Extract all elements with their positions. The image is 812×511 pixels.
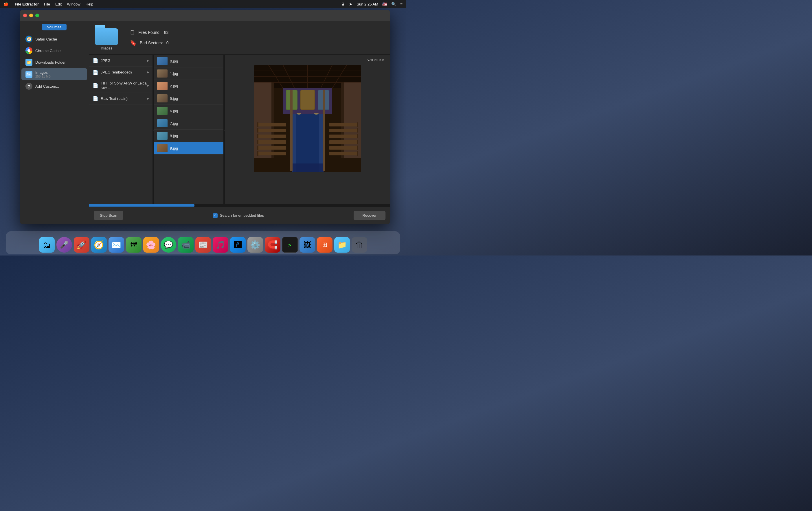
sidebar-item-downloads[interactable]: 📁 Downloads Folder bbox=[22, 57, 87, 68]
folder-body bbox=[95, 28, 118, 45]
type-item-raw-text-label: Raw Text (plain) bbox=[101, 96, 127, 101]
jpeg-embedded-arrow-icon: ▶ bbox=[147, 70, 149, 74]
sidebar-item-safari-label: Safari Cache bbox=[35, 37, 57, 41]
type-item-tiff-left: 📄 TIFF or Sony ARW or Leica raw... bbox=[93, 81, 147, 90]
app-window: Volumes 🧭 Safari Cache Chrome Cach bbox=[20, 10, 390, 224]
apple-menu[interactable]: 🍎 bbox=[3, 2, 8, 6]
file-name-7: 7.jpg bbox=[170, 121, 178, 126]
folder-icon-large bbox=[95, 25, 118, 45]
type-item-jpeg-left: 📄 JPEG bbox=[93, 58, 111, 63]
dock-item-settings[interactable]: ⚙️ bbox=[248, 237, 263, 252]
menubar-help[interactable]: Help bbox=[86, 2, 93, 6]
stop-scan-button[interactable]: Stop Scan bbox=[94, 211, 123, 220]
airdrop-icon[interactable]: ➤ bbox=[349, 2, 352, 6]
file-thumb-2 bbox=[157, 82, 168, 90]
menubar-file[interactable]: File bbox=[44, 2, 50, 6]
files-found-label: Files Found: 83 bbox=[138, 30, 168, 35]
type-item-jpeg[interactable]: 📄 JPEG ▶ bbox=[89, 55, 152, 66]
menubar-app-name[interactable]: File Extractor bbox=[15, 2, 39, 6]
dock-item-safari[interactable]: 🧭 bbox=[91, 237, 107, 252]
dock-item-terminal[interactable]: > bbox=[282, 237, 298, 252]
file-thumb-1 bbox=[157, 69, 168, 78]
file-item-5[interactable]: 5.jpg bbox=[154, 92, 224, 105]
sidebar-item-chrome-cache[interactable]: Chrome Cache bbox=[22, 45, 87, 56]
tiff-arrow-icon: ▶ bbox=[147, 84, 149, 87]
recover-button[interactable]: Recover bbox=[354, 211, 385, 220]
jpeg-arrow-icon: ▶ bbox=[147, 59, 149, 62]
sidebar-item-add-custom-text: Add Custom... bbox=[35, 84, 59, 89]
dock-item-finder[interactable]: 🗂 bbox=[39, 237, 55, 252]
type-item-raw-text[interactable]: 📄 Raw Text (plain) ▶ bbox=[89, 93, 152, 104]
file-item-6[interactable]: 6.jpg bbox=[154, 105, 224, 117]
search-icon[interactable]: 🔍 bbox=[391, 2, 396, 6]
dock-item-launchpad[interactable]: 🚀 bbox=[74, 237, 89, 252]
preview-file-size: 570.22 KB bbox=[367, 58, 384, 62]
file-thumb-7 bbox=[157, 119, 168, 127]
downloads-folder-icon: 📁 bbox=[26, 59, 32, 66]
type-item-jpeg-embedded[interactable]: 📄 JPEG (embedded) ▶ bbox=[89, 66, 152, 78]
file-item-0[interactable]: 0.jpg bbox=[154, 55, 224, 67]
close-button[interactable] bbox=[23, 13, 27, 18]
display-icon[interactable]: 🖥 bbox=[341, 2, 345, 6]
minimize-button[interactable] bbox=[29, 13, 33, 18]
dock-item-messages[interactable]: 💬 bbox=[161, 237, 176, 252]
files-icon: 🗒 bbox=[129, 29, 136, 36]
dock-item-magnet[interactable]: 🧲 bbox=[265, 237, 281, 252]
header-area: Images 🗒 Files Found: 83 🔖 bbox=[89, 21, 390, 55]
file-thumb-9 bbox=[157, 144, 168, 152]
file-item-7[interactable]: 7.jpg bbox=[154, 117, 224, 130]
dock-item-appstore[interactable]: 🅰 bbox=[230, 237, 246, 252]
sidebar-item-images-label: Images bbox=[35, 70, 51, 74]
dock-item-maps[interactable]: 🗺 bbox=[126, 237, 142, 252]
dock-item-preview[interactable]: 🖼 bbox=[299, 237, 315, 252]
preview-image bbox=[254, 65, 361, 172]
file-item-1[interactable]: 1.jpg bbox=[154, 67, 224, 80]
menu-icon[interactable]: ≡ bbox=[400, 2, 403, 6]
type-item-tiff[interactable]: 📄 TIFF or Sony ARW or Leica raw... ▶ bbox=[89, 78, 152, 93]
raw-text-arrow-icon: ▶ bbox=[147, 97, 149, 100]
dock-item-siri[interactable]: 🎤 bbox=[56, 237, 72, 252]
dock-item-news[interactable]: 📰 bbox=[195, 237, 211, 252]
dock-item-mosaic[interactable]: ⊞ bbox=[317, 237, 332, 252]
search-embedded-checkbox[interactable]: ✓ bbox=[213, 213, 218, 218]
dock-item-photos[interactable]: 🌸 bbox=[143, 237, 159, 252]
menubar-edit[interactable]: Edit bbox=[55, 2, 62, 6]
fullscreen-button[interactable] bbox=[35, 13, 39, 18]
sidebar-item-images[interactable]: Images 258.21 MB bbox=[22, 68, 87, 80]
sidebar-item-images-sub: 258.21 MB bbox=[35, 74, 51, 78]
volumes-button[interactable]: Volumes bbox=[42, 24, 67, 30]
menubar-right: 🖥 ➤ Sun 2:25 AM 🇺🇸 🔍 ≡ bbox=[341, 2, 403, 6]
sidebar-item-chrome-label: Chrome Cache bbox=[35, 49, 60, 53]
chrome-cache-icon bbox=[26, 47, 32, 54]
raw-text-icon: 📄 bbox=[93, 96, 98, 101]
file-thumb-5 bbox=[157, 94, 168, 102]
safari-cache-icon: 🧭 bbox=[26, 36, 32, 42]
folder-label: Images bbox=[95, 46, 118, 50]
dock-item-facetime[interactable]: 📹 bbox=[178, 237, 194, 252]
menubar-window[interactable]: Window bbox=[67, 2, 80, 6]
svg-rect-55 bbox=[254, 65, 361, 172]
type-item-raw-text-left: 📄 Raw Text (plain) bbox=[93, 96, 127, 101]
dock-item-finder2[interactable]: 📁 bbox=[334, 237, 350, 252]
file-thumb-8 bbox=[157, 132, 168, 140]
dock-item-mail[interactable]: ✉️ bbox=[109, 237, 124, 252]
flag-icon[interactable]: 🇺🇸 bbox=[382, 2, 387, 6]
help-icon: ? bbox=[26, 83, 32, 90]
app-body: Volumes 🧭 Safari Cache Chrome Cach bbox=[20, 21, 390, 224]
dock-item-music[interactable]: 🎵 bbox=[213, 237, 228, 252]
stats-block: 🗒 Files Found: 83 🔖 Bad Sectors: 0 bbox=[129, 29, 169, 46]
embedded-files-area: ✓ Search for embedded files bbox=[128, 213, 349, 218]
search-embedded-label: Search for embedded files bbox=[220, 213, 264, 218]
progress-bar-container bbox=[89, 204, 390, 207]
sidebar-item-safari-cache[interactable]: 🧭 Safari Cache bbox=[22, 34, 87, 44]
file-name-8: 8.jpg bbox=[170, 134, 178, 138]
sidebar: Volumes 🧭 Safari Cache Chrome Cach bbox=[20, 21, 89, 224]
dock-item-trash[interactable]: 🗑 bbox=[352, 237, 367, 252]
file-item-2[interactable]: 2.jpg bbox=[154, 80, 224, 92]
images-folder-icon bbox=[26, 71, 32, 78]
sidebar-item-add-custom[interactable]: ? Add Custom... bbox=[22, 81, 87, 92]
file-item-9[interactable]: 9.jpg bbox=[154, 142, 224, 154]
sidebar-item-safari-text: Safari Cache bbox=[35, 37, 57, 41]
add-custom-icon: ? bbox=[26, 83, 32, 90]
file-item-8[interactable]: 8.jpg bbox=[154, 130, 224, 142]
